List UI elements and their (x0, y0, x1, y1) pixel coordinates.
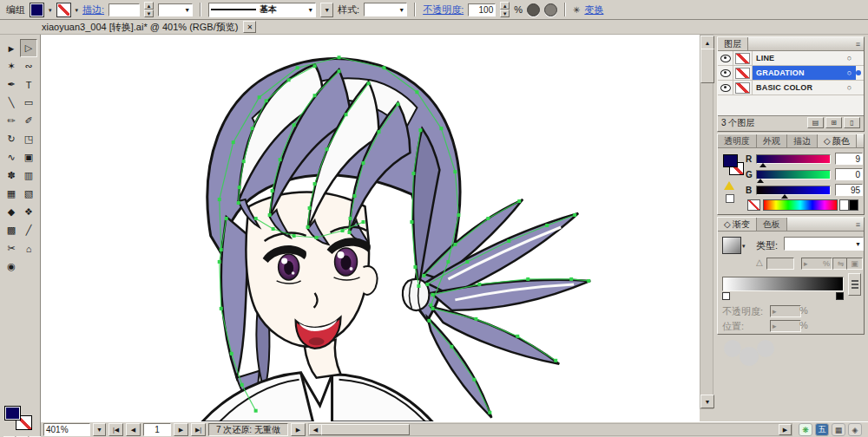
color-spectrum-bar[interactable] (763, 199, 838, 211)
channel-value-field[interactable]: 95 (835, 184, 863, 196)
tab-layers[interactable]: 图层 (718, 37, 748, 50)
layer-name[interactable]: LINE (753, 51, 843, 65)
gradient-stop-end[interactable] (836, 292, 844, 300)
tool-live-paint[interactable]: ▩ (3, 221, 20, 239)
web-safe-icon[interactable] (726, 194, 734, 203)
tool-line-segment[interactable]: ╲ (3, 94, 20, 112)
first-page-button[interactable]: |◀ (108, 423, 123, 436)
channel-slider[interactable] (756, 186, 831, 195)
new-layer-icon[interactable]: ⊞ (825, 117, 842, 128)
layer-visibility-icon[interactable] (720, 69, 731, 77)
stroke-color-swatch[interactable] (56, 3, 71, 17)
page-field[interactable]: 1 (143, 423, 171, 436)
tool-gradient[interactable]: ▧ (20, 185, 37, 203)
gradient-swatch[interactable] (722, 237, 741, 254)
slider-pointer-icon[interactable] (781, 194, 788, 199)
scroll-left-icon[interactable]: ◀ (309, 424, 322, 435)
layer-target-icon[interactable]: ○ (843, 66, 856, 80)
tray-icon-green-app[interactable]: ❋ (799, 423, 812, 436)
tool-magic-wand[interactable]: ✶ (3, 57, 20, 75)
scroll-right-icon[interactable]: ▶ (779, 424, 792, 435)
opacity-link[interactable]: 不透明度: (423, 3, 464, 16)
style-select[interactable]: ▼ (364, 3, 407, 16)
opacity-field[interactable]: 100 (468, 3, 496, 16)
fill-proxy-swatch[interactable] (4, 406, 21, 421)
document-title[interactable]: xiaoyuan3_004 [转换].ai* @ 401% (RGB/预览) (42, 21, 238, 34)
zoom-field[interactable]: 401% (43, 423, 90, 436)
tab-stroke[interactable]: 描边 (787, 134, 818, 147)
vertical-scroll-thumb[interactable] (700, 49, 714, 83)
opacity-spinner[interactable]: ▲▼ (500, 2, 510, 17)
tool-hand[interactable]: ⌂ (20, 239, 37, 258)
artboard-canvas[interactable] (41, 35, 700, 422)
layer-visibility-icon[interactable] (720, 55, 731, 62)
slider-pointer-icon[interactable] (757, 179, 764, 183)
stroke-panel-link[interactable]: 描边: (82, 3, 104, 16)
channel-value-field[interactable]: 9 (835, 153, 863, 165)
layer-target-icon[interactable]: ○ (843, 81, 856, 95)
layer-row-gradation[interactable]: GRADATION○ (718, 66, 864, 81)
tool-direct-selection[interactable]: ▷ (20, 39, 37, 57)
tool-selection[interactable]: ► (3, 39, 20, 57)
folder-icon[interactable]: ▤ (807, 117, 824, 128)
tab-color[interactable]: ◇ 颜色 (818, 134, 857, 147)
tool-mesh[interactable]: ▦ (3, 185, 20, 203)
appearance-option-icon-2[interactable] (544, 3, 557, 16)
layer-visibility-icon[interactable] (720, 84, 731, 92)
tab-gradient[interactable]: ◇ 渐变 (718, 218, 757, 231)
tab-transparency[interactable]: 透明度 (718, 134, 757, 147)
tool-warp[interactable]: ∿ (3, 148, 20, 166)
gradient-spine-icon[interactable] (848, 273, 861, 296)
horizontal-scroll-thumb[interactable] (321, 424, 410, 435)
brush-dropdown-button[interactable]: ▼ (320, 3, 333, 17)
prev-page-button[interactable]: ◀ (126, 423, 141, 436)
tool-zoom[interactable]: ◉ (3, 258, 20, 276)
document-close-icon[interactable]: ✕ (243, 21, 256, 33)
tool-slice[interactable]: ╱ (20, 221, 37, 239)
brush-select[interactable]: 基本 ▼ (208, 3, 316, 17)
tool-lasso[interactable]: ∾ (20, 57, 37, 75)
layers-panel-menu-icon[interactable]: ≡ (852, 37, 864, 50)
last-page-button[interactable]: ▶| (191, 423, 206, 436)
tray-icon-wubi-input[interactable]: 五 (815, 423, 829, 436)
stroke-width-spinner[interactable]: ▲▼ (144, 2, 154, 17)
next-page-button[interactable]: ▶ (174, 423, 188, 436)
channel-slider[interactable] (756, 170, 831, 179)
gradient-ramp[interactable] (722, 277, 844, 291)
color-fill-proxy[interactable] (723, 154, 738, 167)
tool-type[interactable]: T (20, 75, 37, 94)
tool-paintbrush[interactable]: ✐ (20, 112, 37, 130)
tray-icon-keyboard[interactable]: ▦ (832, 423, 845, 436)
tool-eyedropper[interactable]: ◆ (3, 203, 20, 221)
layer-name[interactable]: GRADATION (753, 66, 843, 80)
transform-icon[interactable]: ✳ (573, 5, 580, 15)
stroke-dropdown-icon[interactable]: ▾ (76, 7, 79, 13)
appearance-option-icon[interactable] (527, 3, 540, 16)
tab-swatches[interactable]: 色板 (757, 218, 787, 231)
layer-name[interactable]: BASIC COLOR (753, 81, 843, 95)
scroll-up-icon[interactable]: ▲ (700, 36, 714, 49)
tool-scale[interactable]: ◳ (20, 130, 37, 148)
white-swatch[interactable] (839, 199, 849, 211)
scroll-down-icon[interactable]: ▼ (700, 395, 714, 408)
tray-icon-misc[interactable]: ◈ (848, 423, 862, 436)
tool-spacer[interactable] (20, 258, 37, 276)
slider-pointer-icon[interactable] (760, 163, 766, 167)
gradient-stop-start[interactable] (722, 292, 730, 300)
tool-symbol-sprayer[interactable]: ✽ (3, 166, 20, 185)
tool-free-transform[interactable]: ▣ (20, 148, 37, 166)
tool-rotate[interactable]: ↻ (3, 130, 20, 148)
fill-color-swatch[interactable] (30, 3, 44, 17)
gradient-swatch-dropdown-icon[interactable]: ▾ (742, 243, 746, 249)
status-popup-icon[interactable]: ▶ (291, 423, 306, 436)
horizontal-scrollbar[interactable]: ◀ ▶ (308, 423, 792, 436)
tab-appearance[interactable]: 外观 (757, 134, 787, 147)
tool-rectangle[interactable]: ▭ (20, 94, 37, 112)
none-swatch[interactable] (747, 199, 760, 211)
channel-slider[interactable] (756, 154, 831, 164)
tool-scissors[interactable]: ✂ (3, 239, 20, 258)
stroke-preset-select[interactable]: ▼ (158, 3, 193, 16)
layer-row-line[interactable]: LINE○ (718, 51, 864, 66)
tool-column-graph[interactable]: ▥ (20, 166, 37, 185)
channel-value-field[interactable]: 0 (835, 168, 863, 180)
